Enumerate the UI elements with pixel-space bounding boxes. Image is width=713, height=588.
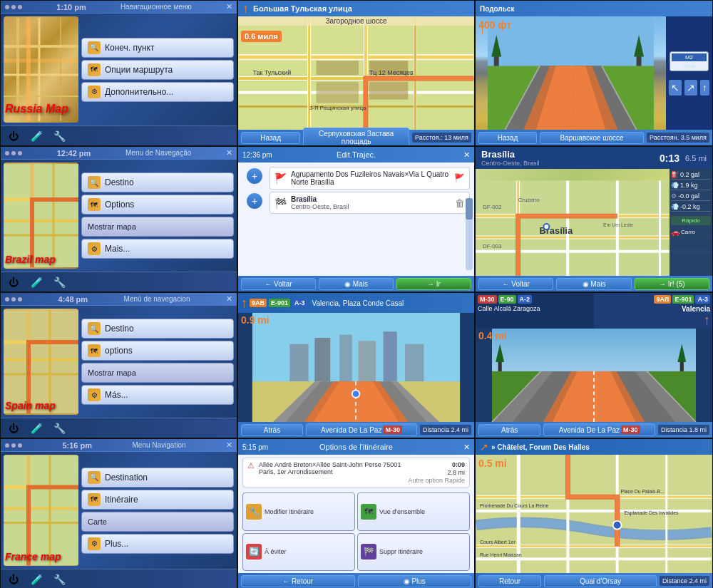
france-dest-btn[interactable]: 🔍 Destination (81, 468, 234, 488)
brazil-tools-icon[interactable]: 🔧 (52, 275, 66, 289)
spain-options-icon: 🗺 (88, 344, 101, 357)
power-icon[interactable]: ⏻ (6, 129, 21, 143)
spain-turn-left-panel: M-30 E-90 A-2 Calle Alcalá Zaragoza (476, 293, 594, 329)
brazil-traj-item-2[interactable]: 🏁 Brasília Centro-Oeste, Brasil 🗑 (270, 192, 470, 214)
brazil-traj-back[interactable]: ← Voltar (241, 278, 316, 290)
france-itin-icon: 🗺 (88, 493, 101, 506)
spain-map-road[interactable]: Avenida De La Paz M-30 (306, 423, 417, 436)
russia-dest-btn[interactable]: 🔍 Конеч. пункт (81, 38, 234, 58)
spain-power-icon[interactable]: ⏻ (6, 421, 21, 435)
france-chatelet-header: ↗ » Châtelet, Forum Des Halles (476, 439, 712, 455)
spain-turn-dist: 0.4 mi (478, 330, 507, 341)
brazil-power-icon[interactable]: ⏻ (6, 275, 21, 289)
spain-turn-right-panel: 9AB E-901 A-3 Valencia ↑ (594, 293, 712, 329)
russia-turn-back[interactable]: Назад (478, 132, 537, 144)
brazil-close-icon[interactable]: ✕ (226, 148, 232, 158)
spain-nav-buttons: 🔍 Destino 🗺 options Mostrar mapa ⚙ Más..… (81, 309, 234, 415)
fuel-icon: ⛽ (671, 171, 679, 178)
modifier-icon: 🔧 (246, 504, 262, 520)
brasilia-co2-stat: 💨 1.9 kg (671, 181, 711, 190)
brasilia-back-btn[interactable]: ← Voltar (478, 278, 553, 290)
brasilia-fuel-val: 0.2 gal (680, 171, 699, 178)
russia-right-panel: М2 Тула ↖ ↗ ↑ (666, 1, 712, 145)
spain-close-icon[interactable]: ✕ (226, 294, 232, 304)
spain-turn-3d-svg (476, 329, 712, 422)
brazil-traj-go[interactable]: → Ir (396, 278, 471, 290)
france-close-icon[interactable]: ✕ (226, 440, 232, 450)
spain-calle: Calle Alcalá Zaragoza (478, 305, 592, 312)
chatelet-road-btn[interactable]: Quai d'Orsay (544, 575, 657, 587)
info-icon[interactable]: 🧪 (29, 129, 43, 143)
spain-destination: Valencia, Plaza Conde Casal (312, 299, 404, 307)
france-info-icon[interactable]: 🧪 (29, 572, 43, 587)
close-icon[interactable]: ✕ (226, 2, 232, 11)
france-opt-close[interactable]: ✕ (463, 443, 470, 452)
brazil-traj-item-1[interactable]: 🚩 Agrupamento Dos Fuzileiros Navais×Via … (270, 167, 470, 190)
chatelet-back-btn[interactable]: Retour (478, 575, 541, 587)
brazil-traj-dest-2-wrap: Brasília Centro-Oeste, Brasil (291, 195, 349, 210)
brasilia-mais-btn[interactable]: ◉ Mais (556, 278, 631, 290)
spain-turn-road[interactable]: Avenida De La Paz M-30 (543, 423, 655, 436)
france-vue-btn[interactable]: 🗺 Vue d'ensemble (357, 492, 470, 531)
russia-center-btn[interactable]: Серпуховская Застава площадь (303, 128, 409, 146)
svg-text:Тц 12 Месяцев: Тц 12 Месяцев (369, 69, 414, 76)
traj-trash-icon[interactable]: 🗑 (455, 197, 465, 209)
russia-back-btn[interactable]: Назад (241, 132, 300, 144)
svg-text:Rue Henri Moissan: Rue Henri Moissan (480, 552, 522, 557)
france-modifier-btn[interactable]: 🔧 Modifier itinéraire (242, 492, 355, 531)
russia-arrow-left: ↖ (669, 80, 682, 96)
spain-turn-nav: M-30 E-90 A-2 Calle Alcalá Zaragoza 9AB … (475, 292, 713, 438)
brazil-traj-mais[interactable]: ◉ Mais (319, 278, 394, 290)
russia-route-btn[interactable]: 🗺 Опции маршрута (81, 60, 234, 80)
brasilia-top-stats: 0:13 6.5 mi (660, 149, 707, 167)
brazil-info-icon[interactable]: 🧪 (29, 275, 43, 289)
spain-info-icon[interactable]: 🧪 (29, 421, 43, 435)
brazil-traj-add-btn[interactable]: + (247, 168, 262, 184)
russia-more-btn[interactable]: ⚙ Дополнительно... (81, 82, 234, 102)
france-nav-menu: 5:16 pm Menu Navigation ✕ France (0, 438, 237, 588)
brasilia-carro: Carro (681, 229, 695, 235)
spain-tools-icon[interactable]: 🔧 (52, 421, 66, 435)
france-tools-icon[interactable]: 🔧 (52, 572, 66, 587)
russia-turn-dist: Расстоян. 3.5 миля (647, 133, 709, 143)
france-power-icon[interactable]: ⏻ (6, 572, 21, 587)
russia-nav-buttons: 🔍 Конеч. пункт 🗺 Опции маршрута ⚙ Дополн… (81, 16, 234, 123)
brazil-more-btn[interactable]: ⚙ Mais... (81, 239, 234, 259)
spain-options-btn[interactable]: 🗺 options (81, 341, 234, 361)
spain-dest-btn[interactable]: 🔍 Destino (81, 319, 234, 339)
russia-turn-road[interactable]: Варшавское шоссе (540, 132, 644, 144)
spain-nav-header: 4:48 pm Menú de navegacion ✕ (1, 293, 237, 306)
brazil-options-btn[interactable]: 🗺 Options (81, 195, 234, 215)
spain-showmap-btn[interactable]: Mostrar mapa (81, 363, 234, 383)
france-showmap-btn[interactable]: Carte (81, 512, 234, 532)
tools-icon[interactable]: 🔧 (52, 129, 66, 143)
france-nav-buttons: 🔍 Destination 🗺 Itinéraire Carte ⚙ Plus.… (81, 455, 234, 566)
france-more-btn[interactable]: ⚙ Plus... (81, 534, 234, 554)
france-options-grid: 🔧 Modifier itinéraire 🗺 Vue d'ensemble 🔄… (242, 492, 470, 571)
spain-map-preview: Spain map (4, 309, 78, 415)
france-opt-back[interactable]: ← Retour (241, 575, 355, 587)
france-opt-plus[interactable]: ◉ Plus (358, 575, 472, 587)
russia-preview-bg (4, 16, 78, 123)
france-eviter-btn[interactable]: 🔄 À éviter (242, 533, 355, 572)
brazil-showmap-btn[interactable]: Mostrar mapa (81, 217, 234, 237)
spain-time: 4:48 pm (58, 295, 88, 304)
brazil-dest-btn[interactable]: 🔍 Destino (81, 172, 234, 192)
brasilia-go-btn[interactable]: → Ir! (5) (635, 278, 709, 290)
spain-turn-back[interactable]: Atrás (478, 424, 540, 436)
spain-map-back[interactable]: Atrás (241, 424, 303, 436)
brazil-traj-add-row: + 🚩 Agrupamento Dos Fuzileiros Navais×Vi… (242, 167, 470, 190)
brazil-traj-add-btn-2[interactable]: + (247, 193, 262, 209)
spain-turn-3d (476, 329, 712, 422)
brazil-traj-close[interactable]: ✕ (463, 150, 470, 160)
svg-point-116 (613, 521, 622, 530)
brazil-traj-scrollbar[interactable] (466, 198, 473, 270)
spain-more-btn[interactable]: ⚙ Más... (81, 385, 234, 405)
svg-rect-73 (314, 338, 330, 381)
brazil-traj-title: Edit.Trajec. (337, 150, 376, 159)
brazil-nav-menu: 12:42 pm Menu de Navegação ✕ Bra (0, 146, 237, 292)
spain-badge-a3: A-3 (292, 299, 307, 307)
france-suppr-btn[interactable]: 🏁 Suppr itinéraire (357, 533, 470, 572)
brasilia-e2-val: -0.2 kg (680, 203, 700, 210)
france-itin-btn[interactable]: 🗺 Itinéraire (81, 490, 234, 510)
